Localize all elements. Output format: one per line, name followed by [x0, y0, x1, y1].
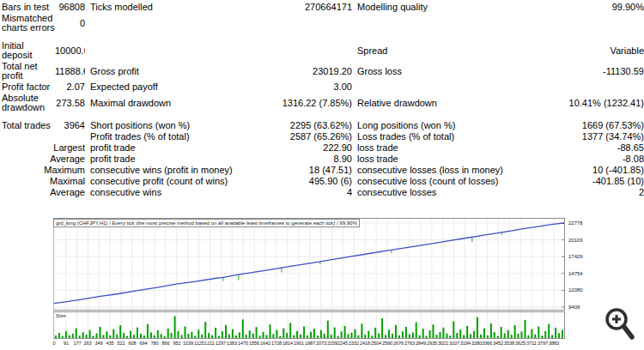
x-tick-label: 1556 — [249, 341, 259, 346]
row-label: Short positions (won %) — [85, 113, 248, 131]
x-tick-label: 3107 — [449, 341, 459, 346]
x-tick-label: 1728 — [271, 341, 282, 346]
x-tick-label: 1901 — [294, 341, 304, 346]
row-value: -88.65 — [524, 142, 644, 154]
row-label: Profit trades (% of total) — [85, 131, 248, 142]
row-label: Relative drawdown — [352, 93, 524, 113]
x-tick-label: 1814 — [283, 341, 293, 346]
row-value: 23019.20 — [248, 61, 352, 81]
x-tick-label: 2504 — [371, 341, 381, 346]
balance-plot — [53, 218, 565, 311]
row-value: 495.90 (6) — [248, 176, 352, 187]
row-value: -11130.59 — [524, 61, 644, 81]
row-label: Maximal drawdown — [85, 93, 248, 113]
row-label: consecutive losses (loss in money) — [352, 165, 524, 176]
row-value — [524, 13, 644, 33]
table-row: Total trades3964Short positions (won %)2… — [2, 113, 644, 131]
y-tick-label: 12080 — [568, 287, 583, 293]
row-label: profit trade — [85, 154, 248, 165]
table-row: Mismatched charts errors0 — [2, 13, 644, 33]
row-label — [2, 131, 55, 142]
chart-title: grd_king (CHFJPY,H1) / Every tick (the m… — [53, 219, 360, 227]
row-value: 11888.61 — [55, 61, 85, 81]
x-tick-label: 91 — [64, 341, 69, 346]
x-tick-label: 3711 — [526, 341, 537, 346]
x-tick-label: 2763 — [404, 341, 415, 346]
y-tick-label: 9406 — [568, 305, 580, 310]
table-row: Largestprofit trade222.90loss trade-88.6… — [2, 142, 644, 154]
x-tick-label: 0 — [52, 341, 55, 346]
row-label — [85, 33, 248, 61]
row-label: consecutive wins (profit in money) — [85, 165, 248, 176]
row-value — [55, 131, 85, 142]
row-label: Total net profit — [2, 61, 55, 81]
row-label: loss trade — [352, 154, 524, 165]
table-row: Averageconsecutive wins4consecutive loss… — [2, 187, 644, 198]
row-label: Maximum — [2, 165, 85, 176]
row-label: Initial deposit — [2, 33, 55, 61]
table-row: Profit factor2.07Expected payoff3.00 — [2, 81, 644, 93]
row-label: Expected payoff — [85, 81, 248, 93]
x-tick-label: 866 — [161, 341, 169, 346]
x-tick-label: 1039 — [183, 341, 193, 346]
row-value — [524, 81, 644, 93]
row-label: profit trade — [85, 142, 248, 154]
row-value: 1316.22 (7.85%) — [248, 93, 352, 113]
row-label: consecutive losses — [352, 187, 524, 198]
row-label: Total trades — [2, 113, 55, 131]
x-tick-label: 349 — [94, 341, 102, 346]
row-value: 8.90 — [248, 154, 352, 165]
x-tick-label: 2245 — [337, 341, 348, 346]
report-table-body: Bars in test96808Ticks modelled270664171… — [2, 2, 644, 198]
row-label — [352, 13, 524, 33]
row-value: 2 — [524, 187, 644, 198]
row-label: consecutive wins — [85, 187, 248, 198]
x-tick-label: 1383 — [227, 341, 237, 346]
row-value: 1669 (67.53%) — [524, 113, 644, 131]
table-row: Absolute drawdown273.58Maximal drawdown1… — [2, 93, 644, 113]
row-label: Modelling quality — [352, 2, 524, 13]
row-value: 4 — [248, 187, 352, 198]
row-value: -8.08 — [524, 154, 644, 165]
zoom-in-button[interactable] — [603, 305, 639, 345]
x-tick-label: 1297 — [216, 341, 226, 346]
table-row: Bars in test96808Ticks modelled270664171… — [2, 2, 644, 13]
x-tick-label: 1987 — [305, 341, 315, 346]
x-tick-label: 3625 — [515, 341, 526, 346]
x-tick-label: 1642 — [260, 341, 270, 346]
row-value: 3.00 — [248, 81, 352, 93]
x-tick-label: 952 — [173, 341, 180, 346]
row-value: 0 — [55, 13, 85, 33]
table-row: Maximumconsecutive wins (profit in money… — [2, 165, 644, 176]
x-tick-label: 3366 — [482, 341, 492, 346]
row-label: Absolute drawdown — [2, 93, 55, 113]
row-value — [248, 13, 352, 33]
x-tick-label: 2590 — [382, 341, 392, 346]
y-tick-label: 17429 — [568, 254, 583, 259]
x-tick-label: 177 — [73, 341, 81, 346]
x-tick-label: 263 — [83, 341, 91, 346]
row-label — [352, 81, 524, 93]
x-tick-label: 435 — [106, 341, 113, 346]
report-table: Bars in test96808Ticks modelled270664171… — [2, 2, 644, 198]
lot-size-plot — [53, 311, 565, 339]
x-tick-label: 3021 — [438, 341, 448, 346]
x-tick-label: 2849 — [416, 341, 426, 346]
row-label: Ticks modelled — [85, 2, 248, 13]
table-row: Initial deposit10000.00SpreadVariable — [2, 33, 644, 61]
row-value: 273.58 — [55, 93, 85, 113]
table-row: Profit trades (% of total)2587 (65.26%)L… — [2, 131, 644, 142]
row-value: 10 (-401.85) — [524, 165, 644, 176]
row-label: Long positions (won %) — [352, 113, 524, 131]
row-value: Variable — [524, 33, 644, 61]
x-tick-label: 3797 — [538, 341, 548, 346]
row-value — [248, 33, 352, 61]
size-axis-label: Size — [56, 313, 66, 319]
row-value: 2587 (65.26%) — [248, 131, 352, 142]
row-value: 96808 — [55, 2, 85, 13]
x-tick-label: 1211 — [204, 341, 215, 346]
row-value: 2295 (63.62%) — [248, 113, 352, 131]
x-tick-label: 521 — [117, 341, 125, 346]
row-label: Mismatched charts errors — [2, 13, 55, 33]
x-tick-label: 3194 — [460, 341, 471, 346]
